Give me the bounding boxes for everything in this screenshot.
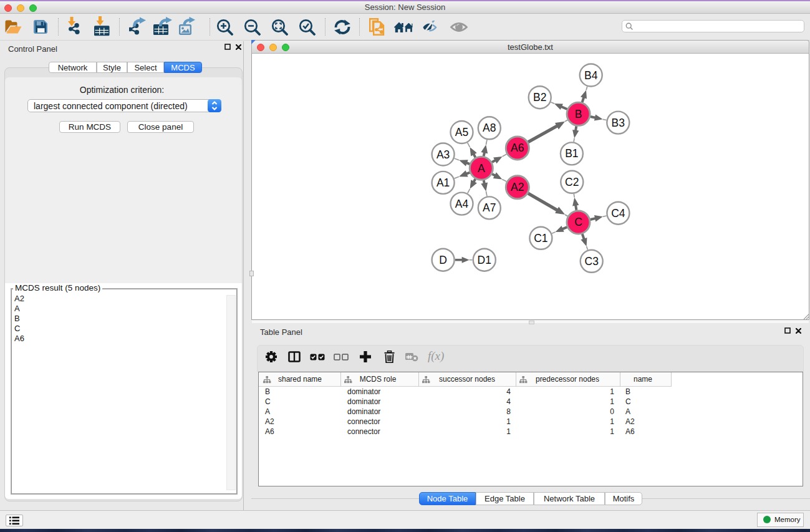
svg-text:C: C [574, 216, 582, 228]
svg-text:B1: B1 [565, 147, 578, 160]
svg-text:A7: A7 [483, 201, 496, 214]
svg-text:B: B [575, 108, 582, 120]
svg-text:A: A [478, 162, 485, 175]
svg-text:C4: C4 [611, 207, 625, 220]
svg-text:B4: B4 [584, 69, 598, 82]
svg-text:A3: A3 [436, 148, 450, 161]
svg-text:A6: A6 [511, 142, 524, 154]
svg-text:B3: B3 [612, 117, 625, 129]
svg-text:A8: A8 [483, 122, 496, 134]
svg-text:A2: A2 [511, 181, 524, 193]
svg-text:C2: C2 [565, 176, 579, 188]
svg-text:A5: A5 [455, 126, 468, 138]
svg-text:A1: A1 [436, 177, 450, 189]
svg-text:C3: C3 [585, 255, 599, 268]
svg-text:B2: B2 [533, 91, 546, 104]
svg-text:C1: C1 [534, 232, 547, 244]
svg-text:D1: D1 [478, 254, 491, 266]
svg-text:D: D [439, 254, 447, 266]
svg-text:A4: A4 [455, 198, 469, 210]
